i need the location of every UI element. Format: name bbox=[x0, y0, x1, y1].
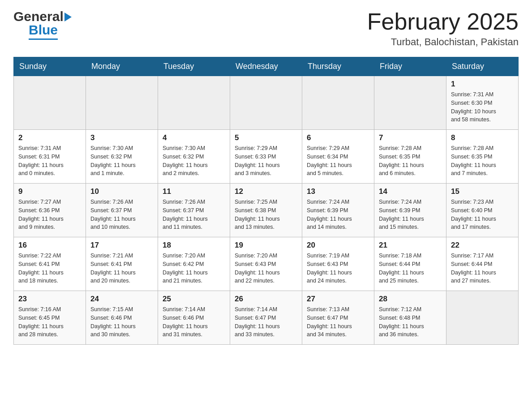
calendar-cell bbox=[158, 76, 230, 130]
day-number: 15 bbox=[451, 187, 514, 196]
calendar-cell: 27Sunrise: 7:13 AM Sunset: 6:47 PM Dayli… bbox=[302, 291, 374, 345]
calendar-cell bbox=[86, 76, 158, 130]
month-title: February 2025 bbox=[367, 9, 519, 34]
day-number: 26 bbox=[235, 295, 297, 304]
day-number: 11 bbox=[163, 187, 225, 196]
day-number: 9 bbox=[18, 187, 81, 196]
day-info: Sunrise: 7:31 AM Sunset: 6:30 PM Dayligh… bbox=[451, 90, 514, 124]
day-info: Sunrise: 7:20 AM Sunset: 6:42 PM Dayligh… bbox=[163, 252, 225, 285]
day-info: Sunrise: 7:22 AM Sunset: 6:41 PM Dayligh… bbox=[18, 252, 81, 285]
day-info: Sunrise: 7:29 AM Sunset: 6:34 PM Dayligh… bbox=[307, 144, 369, 178]
day-number: 23 bbox=[18, 295, 81, 304]
weekday-header-row: Sunday Monday Tuesday Wednesday Thursday… bbox=[14, 57, 519, 76]
calendar-cell: 14Sunrise: 7:24 AM Sunset: 6:39 PM Dayli… bbox=[374, 184, 446, 237]
calendar-week-row: 2Sunrise: 7:31 AM Sunset: 6:31 PM Daylig… bbox=[14, 130, 519, 184]
day-info: Sunrise: 7:23 AM Sunset: 6:40 PM Dayligh… bbox=[451, 198, 514, 231]
day-info: Sunrise: 7:27 AM Sunset: 6:36 PM Dayligh… bbox=[18, 198, 81, 231]
day-info: Sunrise: 7:15 AM Sunset: 6:46 PM Dayligh… bbox=[90, 305, 153, 339]
day-info: Sunrise: 7:19 AM Sunset: 6:43 PM Dayligh… bbox=[307, 252, 369, 285]
header-monday: Monday bbox=[86, 57, 158, 76]
day-info: Sunrise: 7:26 AM Sunset: 6:37 PM Dayligh… bbox=[90, 198, 153, 231]
logo: General Blue bbox=[13, 9, 72, 40]
calendar-cell: 15Sunrise: 7:23 AM Sunset: 6:40 PM Dayli… bbox=[446, 184, 519, 237]
header-friday: Friday bbox=[374, 57, 446, 76]
day-number: 1 bbox=[451, 80, 514, 89]
day-info: Sunrise: 7:14 AM Sunset: 6:46 PM Dayligh… bbox=[163, 305, 225, 339]
calendar-cell bbox=[302, 76, 374, 130]
day-info: Sunrise: 7:13 AM Sunset: 6:47 PM Dayligh… bbox=[307, 305, 369, 339]
day-number: 13 bbox=[307, 187, 369, 196]
day-number: 16 bbox=[18, 241, 81, 250]
day-number: 5 bbox=[235, 133, 297, 142]
day-number: 22 bbox=[451, 241, 514, 250]
page-header: General Blue February 2025 Turbat, Baloc… bbox=[13, 9, 519, 48]
day-number: 18 bbox=[163, 241, 225, 250]
day-info: Sunrise: 7:30 AM Sunset: 6:32 PM Dayligh… bbox=[90, 144, 153, 178]
calendar-cell: 19Sunrise: 7:20 AM Sunset: 6:43 PM Dayli… bbox=[230, 237, 302, 291]
calendar-cell: 5Sunrise: 7:29 AM Sunset: 6:33 PM Daylig… bbox=[230, 130, 302, 184]
day-number: 14 bbox=[379, 187, 442, 196]
calendar-cell: 16Sunrise: 7:22 AM Sunset: 6:41 PM Dayli… bbox=[14, 237, 86, 291]
day-info: Sunrise: 7:28 AM Sunset: 6:35 PM Dayligh… bbox=[379, 144, 442, 178]
calendar-week-row: 16Sunrise: 7:22 AM Sunset: 6:41 PM Dayli… bbox=[14, 237, 519, 291]
calendar-cell: 13Sunrise: 7:24 AM Sunset: 6:39 PM Dayli… bbox=[302, 184, 374, 237]
day-number: 28 bbox=[379, 295, 442, 304]
calendar-cell: 20Sunrise: 7:19 AM Sunset: 6:43 PM Dayli… bbox=[302, 237, 374, 291]
location-title: Turbat, Balochistan, Pakistan bbox=[367, 36, 519, 48]
calendar-cell: 4Sunrise: 7:30 AM Sunset: 6:32 PM Daylig… bbox=[158, 130, 230, 184]
calendar-cell: 23Sunrise: 7:16 AM Sunset: 6:45 PM Dayli… bbox=[14, 291, 86, 345]
header-sunday: Sunday bbox=[14, 57, 86, 76]
day-info: Sunrise: 7:31 AM Sunset: 6:31 PM Dayligh… bbox=[18, 144, 81, 178]
day-info: Sunrise: 7:14 AM Sunset: 6:47 PM Dayligh… bbox=[235, 305, 297, 339]
day-number: 2 bbox=[18, 133, 81, 142]
day-number: 12 bbox=[235, 187, 297, 196]
day-number: 19 bbox=[235, 241, 297, 250]
logo-blue-text: Blue bbox=[29, 22, 58, 40]
header-tuesday: Tuesday bbox=[158, 57, 230, 76]
day-info: Sunrise: 7:21 AM Sunset: 6:41 PM Dayligh… bbox=[90, 252, 153, 285]
day-info: Sunrise: 7:17 AM Sunset: 6:44 PM Dayligh… bbox=[451, 252, 514, 285]
day-number: 27 bbox=[307, 295, 369, 304]
day-number: 8 bbox=[451, 133, 514, 142]
calendar-cell: 22Sunrise: 7:17 AM Sunset: 6:44 PM Dayli… bbox=[446, 237, 519, 291]
calendar-cell: 28Sunrise: 7:12 AM Sunset: 6:48 PM Dayli… bbox=[374, 291, 446, 345]
day-number: 7 bbox=[379, 133, 442, 142]
calendar-week-row: 23Sunrise: 7:16 AM Sunset: 6:45 PM Dayli… bbox=[14, 291, 519, 345]
calendar-cell: 1Sunrise: 7:31 AM Sunset: 6:30 PM Daylig… bbox=[446, 76, 519, 130]
calendar-cell: 9Sunrise: 7:27 AM Sunset: 6:36 PM Daylig… bbox=[14, 184, 86, 237]
logo-general-text: General bbox=[13, 9, 64, 24]
title-section: February 2025 Turbat, Balochistan, Pakis… bbox=[367, 9, 519, 48]
calendar-table: Sunday Monday Tuesday Wednesday Thursday… bbox=[13, 57, 519, 345]
calendar-cell: 21Sunrise: 7:18 AM Sunset: 6:44 PM Dayli… bbox=[374, 237, 446, 291]
day-info: Sunrise: 7:24 AM Sunset: 6:39 PM Dayligh… bbox=[307, 198, 369, 231]
calendar-cell: 8Sunrise: 7:28 AM Sunset: 6:35 PM Daylig… bbox=[446, 130, 519, 184]
day-info: Sunrise: 7:12 AM Sunset: 6:48 PM Dayligh… bbox=[379, 305, 442, 339]
day-number: 3 bbox=[90, 133, 153, 142]
header-thursday: Thursday bbox=[302, 57, 374, 76]
calendar-cell: 6Sunrise: 7:29 AM Sunset: 6:34 PM Daylig… bbox=[302, 130, 374, 184]
calendar-week-row: 9Sunrise: 7:27 AM Sunset: 6:36 PM Daylig… bbox=[14, 184, 519, 237]
calendar-cell: 26Sunrise: 7:14 AM Sunset: 6:47 PM Dayli… bbox=[230, 291, 302, 345]
calendar-cell: 18Sunrise: 7:20 AM Sunset: 6:42 PM Dayli… bbox=[158, 237, 230, 291]
day-info: Sunrise: 7:26 AM Sunset: 6:37 PM Dayligh… bbox=[163, 198, 225, 231]
day-info: Sunrise: 7:28 AM Sunset: 6:35 PM Dayligh… bbox=[451, 144, 514, 178]
day-number: 17 bbox=[90, 241, 153, 250]
calendar-cell: 24Sunrise: 7:15 AM Sunset: 6:46 PM Dayli… bbox=[86, 291, 158, 345]
day-info: Sunrise: 7:24 AM Sunset: 6:39 PM Dayligh… bbox=[379, 198, 442, 231]
calendar-cell bbox=[374, 76, 446, 130]
logo-arrow-icon bbox=[64, 13, 72, 21]
day-number: 6 bbox=[307, 133, 369, 142]
day-info: Sunrise: 7:16 AM Sunset: 6:45 PM Dayligh… bbox=[18, 305, 81, 339]
calendar-cell bbox=[446, 291, 519, 345]
day-info: Sunrise: 7:29 AM Sunset: 6:33 PM Dayligh… bbox=[235, 144, 297, 178]
day-number: 20 bbox=[307, 241, 369, 250]
day-number: 24 bbox=[90, 295, 153, 304]
day-number: 4 bbox=[163, 133, 225, 142]
calendar-cell: 2Sunrise: 7:31 AM Sunset: 6:31 PM Daylig… bbox=[14, 130, 86, 184]
calendar-cell: 10Sunrise: 7:26 AM Sunset: 6:37 PM Dayli… bbox=[86, 184, 158, 237]
calendar-cell: 17Sunrise: 7:21 AM Sunset: 6:41 PM Dayli… bbox=[86, 237, 158, 291]
calendar-cell: 3Sunrise: 7:30 AM Sunset: 6:32 PM Daylig… bbox=[86, 130, 158, 184]
calendar-cell: 12Sunrise: 7:25 AM Sunset: 6:38 PM Dayli… bbox=[230, 184, 302, 237]
day-info: Sunrise: 7:20 AM Sunset: 6:43 PM Dayligh… bbox=[235, 252, 297, 285]
calendar-cell bbox=[230, 76, 302, 130]
